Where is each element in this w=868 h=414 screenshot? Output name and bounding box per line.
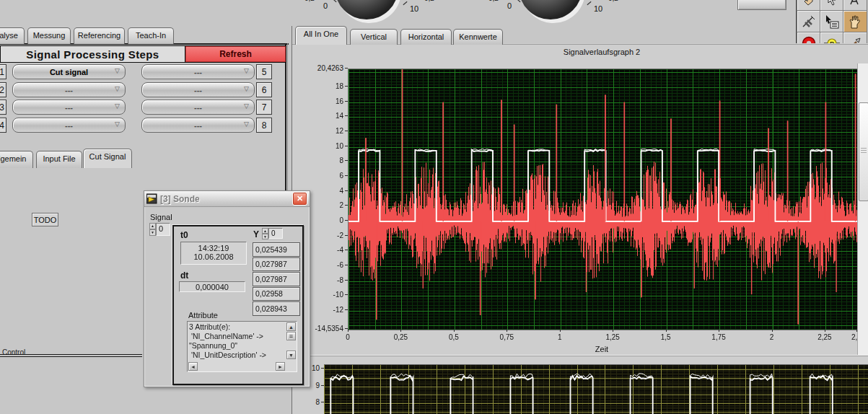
x-tick-mark [666, 329, 667, 332]
y-value-cell: 0,028943 [253, 301, 300, 316]
waveform-graph [348, 69, 858, 330]
y-axis-tick-label: 4 [306, 187, 343, 195]
attribute-line: 'NI_UnitDescription' -> [189, 351, 284, 360]
signal-index-spinner[interactable]: ▲▼ 0 [149, 223, 170, 236]
scroll-grip-button[interactable]: ≡ [286, 332, 296, 340]
dropdown-value: --- [65, 121, 73, 130]
dropdown-arrow-icon: ▽ [244, 85, 249, 92]
y-tick-mark [345, 175, 348, 176]
up-arrow-icon: ▲ [149, 223, 156, 229]
x-axis-tick-label: 1,25 [597, 333, 628, 342]
probe-data-frame: t0 14:32:19 10.06.2008 dt 0,000040 Y ▲▼ … [172, 225, 304, 385]
y-tick-mark [345, 220, 348, 221]
scrollbar-thumb[interactable] [859, 102, 868, 201]
todo-text: TODO [34, 216, 57, 224]
x-axis-title: Zeit [530, 345, 674, 353]
x-axis-tick-label: 1 [544, 333, 576, 342]
scroll-left-button[interactable]: ◄ [188, 362, 198, 371]
step-number-right: 6 [256, 82, 272, 97]
subtab-cut-signal[interactable]: Cut Signal [83, 149, 132, 168]
scroll-up-button[interactable]: ▲ [286, 322, 296, 331]
probe-window[interactable]: [3] Sonde ✕ Signal ▲▼ 0 t0 14:32:19 10.0… [144, 190, 310, 387]
subtab-input-file[interactable]: Input File [36, 151, 82, 168]
t0-value: 14:32:19 10.06.2008 [180, 242, 247, 265]
partial-divider-line [0, 356, 142, 357]
graph-tab-vertical[interactable]: Vertical [350, 29, 398, 45]
y-tick-mark [345, 131, 348, 131]
y-axis-tick-label: 6 [306, 172, 343, 180]
y-axis-tick-label: 0 [306, 216, 343, 225]
scrollbar-grip [861, 148, 867, 153]
main-tab-bar: alyseMessungReferencingTeach-In [0, 27, 291, 44]
dt-value: 0,000040 [179, 281, 245, 292]
steps-header: Signal Processing Steps [0, 45, 185, 63]
graph-tab-kennwerte[interactable]: Kennwerte [453, 29, 503, 45]
t0-date: 10.06.2008 [181, 252, 246, 261]
y-index-value[interactable]: 0 [268, 228, 283, 239]
down-arrow-icon: ▼ [149, 229, 156, 236]
subtab-llgemein[interactable]: llgemein [0, 151, 33, 168]
x-axis-tick-label: 0,5 [438, 333, 470, 342]
x-axis-tick-label: 1,75 [703, 333, 735, 342]
dropdown-value: --- [194, 121, 202, 130]
attribute-label: Attribute [188, 311, 218, 320]
y-index-spinner[interactable]: ▲▼ 0 [262, 228, 283, 239]
tab-teach-in[interactable]: Teach-In [128, 27, 174, 44]
steps-header-title: Signal Processing Steps [26, 48, 159, 61]
step-number-left: 2 [0, 82, 6, 97]
graph-tab-bar: All In OneVerticalHorizontalKennwerte [291, 26, 868, 45]
probe-titlebar[interactable]: [3] Sonde ✕ [144, 191, 310, 207]
spinner-arrows[interactable]: ▲▼ [149, 223, 156, 236]
dropdown-arrow-icon: ▽ [244, 120, 249, 128]
y-value-cell: 0,027987 [253, 257, 300, 272]
dropdown-arrow-icon: ▽ [244, 102, 249, 110]
tab-messung[interactable]: Messung [27, 27, 71, 44]
refresh-button[interactable]: Refresh [185, 45, 286, 63]
dropdown-arrow-icon: ▽ [115, 102, 120, 110]
step-number-right: 7 [256, 100, 272, 115]
dropdown-value: --- [65, 86, 73, 94]
y-axis-tick-label: -4 [306, 246, 343, 255]
partial-control-text: Control [2, 348, 45, 356]
y-axis-tick-label: 10 [306, 142, 343, 151]
chart-divider-shadow [292, 356, 868, 356]
attribute-line: 3 Attribut(e): [189, 322, 284, 332]
step-dropdown-right[interactable]: ---▽ [141, 118, 255, 133]
y-tick-mark [345, 265, 348, 265]
tab-alyse[interactable]: alyse [0, 27, 25, 44]
up-arrow-icon: ▲ [262, 228, 268, 234]
signal-index-value[interactable]: 0 [156, 223, 170, 236]
step-dropdown-left[interactable]: Cut signal▽ [12, 64, 126, 79]
graph-tab-all-in-one[interactable]: All In One [295, 26, 347, 45]
graph-tab-horizontal[interactable]: Horizontal [400, 29, 452, 45]
y-axis-tick-label: 16 [306, 97, 343, 106]
y-tick-mark [321, 368, 324, 369]
y-axis-tick-label: -10 [306, 291, 343, 299]
step-dropdown-left[interactable]: ---▽ [12, 100, 126, 115]
signal-label: Signal [150, 213, 172, 221]
y-tick-mark [321, 385, 324, 386]
graph-scrollbar[interactable] [857, 63, 868, 355]
step-number-left: 3 [0, 100, 6, 115]
step-dropdown-right[interactable]: ---▽ [141, 64, 255, 79]
x-tick-mark [825, 329, 825, 332]
spinner-arrows[interactable]: ▲▼ [262, 228, 268, 239]
y-tick-mark [345, 294, 348, 295]
sub-tab-bar: llgemeinInput FileCut Signal [0, 149, 291, 168]
step-dropdown-right[interactable]: ---▽ [141, 100, 255, 115]
close-icon[interactable]: ✕ [292, 192, 307, 206]
step-dropdown-left[interactable]: ---▽ [12, 82, 126, 97]
y-tick-mark [345, 86, 348, 87]
y-axis-tick-label: 2 [306, 201, 343, 210]
tab-referencing[interactable]: Referencing [74, 27, 125, 44]
y-axis-tick-label: 14 [306, 112, 343, 120]
step-dropdown-left[interactable]: ---▽ [12, 118, 126, 133]
step-number-right: 5 [256, 64, 272, 79]
step-number-right: 8 [256, 118, 272, 133]
scroll-right-button[interactable]: ► [276, 362, 285, 371]
t0-time: 14:32:19 [181, 244, 246, 252]
scroll-down-button[interactable]: ▼ [286, 351, 296, 359]
x-axis-tick-label: 2 [756, 333, 788, 342]
attribute-box[interactable]: 3 Attribut(e): 'NI_ChannelName' ->"Spann… [187, 321, 297, 372]
step-dropdown-right[interactable]: ---▽ [141, 82, 255, 97]
